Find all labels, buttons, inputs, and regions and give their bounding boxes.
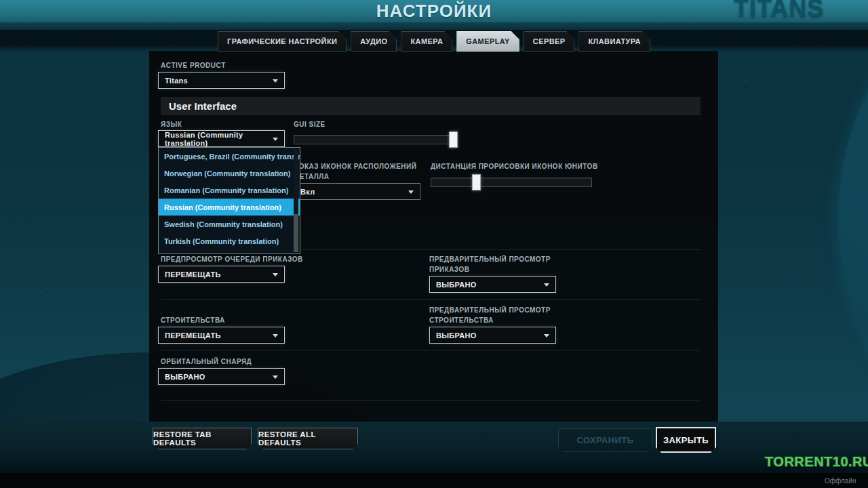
language-dropdown-list: Portuguese, Brazil (Community translatio… <box>158 147 300 254</box>
build-queue-preview-select[interactable]: ПЕРЕМЕЩАТЬ <box>158 327 285 344</box>
build-preview-label-line1: ПРЕДВАРИТЕЛЬНЫЙ ПРОСМОТР <box>429 306 551 314</box>
language-option[interactable]: Romanian (Community translation) <box>159 182 300 199</box>
unit-icon-distance-slider-thumb[interactable] <box>472 174 481 190</box>
gui-size-slider[interactable] <box>294 135 454 144</box>
order-preview-select[interactable]: ВЫБРАНО <box>429 276 556 293</box>
tab-keyboard[interactable]: КЛАВИАТУРА <box>578 31 650 52</box>
language-option[interactable]: Swedish (Community translation) <box>159 216 300 232</box>
orbital-shell-value: ВЫБРАНО <box>165 373 205 381</box>
section-divider <box>161 299 701 300</box>
restore-tab-defaults-button[interactable]: RESTORE TAB DEFAULTS <box>153 428 252 449</box>
build-preview-value: ВЫБРАНО <box>436 331 477 340</box>
chevron-down-icon <box>273 375 278 379</box>
settings-screen: TITANS НАСТРОЙКИ ГРАФИЧЕСКИЕ НАСТРОЙКИ А… <box>0 0 868 488</box>
top-header-shadow <box>0 22 868 30</box>
torrent-watermark: TORRENT10.RU <box>765 454 868 470</box>
tab-audio[interactable]: АУДИО <box>351 31 397 52</box>
language-option-selected[interactable]: Russian (Community translation) <box>159 199 300 216</box>
save-button[interactable]: СОХРАНИТЬ <box>558 428 652 452</box>
chevron-down-icon <box>273 79 278 83</box>
order-queue-preview-value: ПЕРЕМЕЩАТЬ <box>165 270 221 279</box>
order-preview-label-line1: ПРЕДВАРИТЕЛЬНЫЙ ПРОСМОТР <box>429 256 551 263</box>
order-preview-value: ВЫБРАНО <box>436 281 477 289</box>
dropdown-scrollbar[interactable] <box>294 149 298 252</box>
chevron-down-icon <box>544 334 549 338</box>
chevron-down-icon <box>273 138 278 141</box>
order-queue-preview-label: ПРЕДПРОСМОТР ОЧЕРЕДИ ПРИКАЗОВ <box>161 256 303 263</box>
build-preview-label-line2: СТРОИТЕЛЬСТВА <box>429 317 494 324</box>
build-queue-preview-label-line2: СТРОИТЕЛЬСТВА <box>161 317 225 324</box>
chevron-down-icon <box>273 273 278 277</box>
active-product-select[interactable]: Titans <box>158 72 285 89</box>
tab-camera[interactable]: КАМЕРА <box>401 31 452 52</box>
restore-all-defaults-button[interactable]: RESTORE ALL DEFAULTS <box>258 428 358 449</box>
gui-size-label: GUI SIZE <box>294 121 326 128</box>
planet-right-decoration <box>838 0 868 488</box>
orbital-shell-label: ОРБИТАЛЬНЫЙ СНАРЯД <box>161 358 252 365</box>
language-option[interactable]: Ukrainian (Community translation) <box>159 249 300 254</box>
section-divider <box>161 350 701 350</box>
footer-band <box>0 422 868 473</box>
language-option[interactable]: Turkish (Community translation) <box>159 232 300 249</box>
tab-gameplay[interactable]: GAMEPLAY <box>456 31 519 52</box>
tab-graphics[interactable]: ГРАФИЧЕСКИЕ НАСТРОЙКИ <box>218 31 347 52</box>
tab-server[interactable]: СЕРВЕР <box>524 31 575 52</box>
language-label: ЯЗЫК <box>161 121 182 128</box>
offline-status: Оффлайн <box>825 477 856 485</box>
order-queue-preview-select[interactable]: ПЕРЕМЕЩАТЬ <box>158 266 285 283</box>
active-product-value: Titans <box>165 77 188 85</box>
unit-icon-distance-slider[interactable] <box>431 178 592 187</box>
active-product-label: ACTIVE PRODUCT <box>161 62 226 69</box>
language-select[interactable]: Russian (Community translation) <box>158 130 285 147</box>
section-header: User Interface <box>161 97 701 115</box>
metal-icons-label-line1: ПОКАЗ ИКОНОК РАСПОЛОЖЕНИЙ <box>294 163 416 170</box>
language-option[interactable]: Portuguese, Brazil (Community translatio… <box>159 148 300 165</box>
dropdown-scrollbar-thumb[interactable] <box>294 214 298 252</box>
language-value: Russian (Community translation) <box>165 131 284 147</box>
chevron-down-icon <box>408 190 414 194</box>
build-queue-preview-value: ПЕРЕМЕЩАТЬ <box>165 331 221 340</box>
page-title: НАСТРОЙКИ <box>0 1 868 22</box>
metal-icons-select[interactable]: Вкл <box>294 183 420 200</box>
chevron-down-icon <box>544 283 549 287</box>
metal-icons-value: Вкл <box>300 188 315 196</box>
bottom-strip <box>0 473 868 488</box>
unit-icon-distance-label: ДИСТАНЦИЯ ПРОРИСОВКИ ИКОНОК ЮНИТОВ <box>431 163 598 170</box>
close-button[interactable]: ЗАКРЫТЬ <box>656 427 716 453</box>
settings-tabbar: ГРАФИЧЕСКИЕ НАСТРОЙКИ АУДИО КАМЕРА GAMEP… <box>218 31 650 52</box>
build-preview-select[interactable]: ВЫБРАНО <box>429 327 556 344</box>
orbital-shell-select[interactable]: ВЫБРАНО <box>158 368 285 385</box>
order-preview-label-line2: ПРИКАЗОВ <box>429 266 470 273</box>
language-option[interactable]: Norwegian (Community translation) <box>159 165 300 182</box>
section-divider <box>161 400 701 401</box>
chevron-down-icon <box>273 334 278 338</box>
gui-size-slider-thumb[interactable] <box>449 131 458 148</box>
